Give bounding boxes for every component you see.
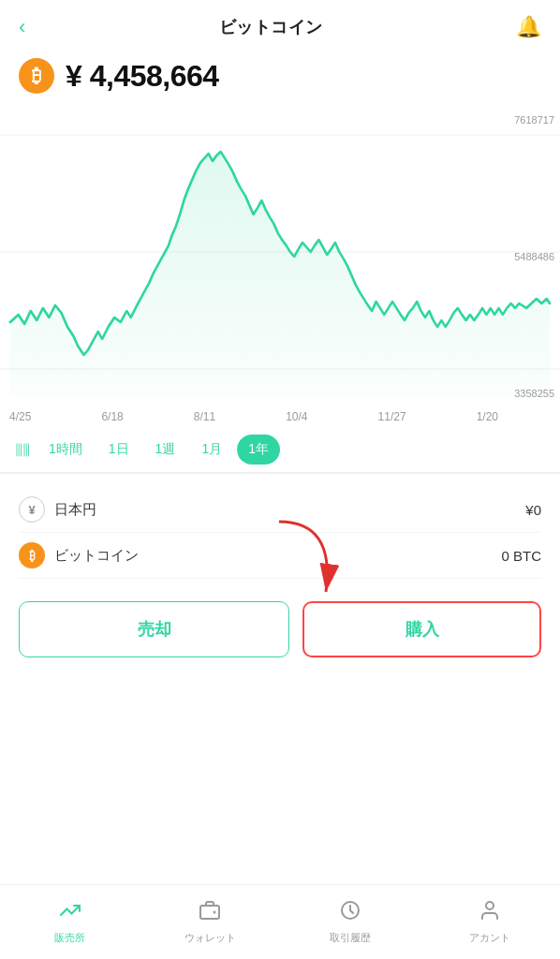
chart-x-labels: 4/25 6/18 8/11 10/4 11/27 1/20 <box>0 406 513 427</box>
btc-balance-left: ₿ ビットコイン <box>19 542 139 568</box>
btc-label: ビットコイン <box>54 547 139 565</box>
jpy-balance-row: ¥ 日本円 ¥0 <box>19 487 541 533</box>
y-label-high: 7618717 <box>514 114 554 125</box>
y-label-mid: 5488486 <box>514 251 554 262</box>
bitcoin-icon: ₿ <box>19 58 54 94</box>
y-label-low: 3358255 <box>514 388 554 399</box>
x-label-6: 1/20 <box>477 410 498 423</box>
jpy-amount: ¥0 <box>525 502 541 518</box>
wallet-icon <box>199 899 221 927</box>
action-buttons: 売却 購入 <box>0 586 560 676</box>
sell-button-label: 売却 <box>138 620 171 639</box>
history-icon <box>339 899 361 927</box>
x-label-2: 6/18 <box>101 410 123 423</box>
nav-exchange-label: 販売所 <box>54 931 85 945</box>
nav-wallet-label: ウォレット <box>184 931 236 945</box>
x-label-4: 10/4 <box>286 410 307 423</box>
nav-account-label: アカント <box>469 931 510 945</box>
btc-amount: 0 BTC <box>501 548 541 564</box>
svg-rect-4 <box>200 906 219 919</box>
period-1w-button[interactable]: 1週 <box>144 435 187 465</box>
period-1h-button[interactable]: 1時間 <box>37 435 94 465</box>
chart-y-labels: 7618717 5488486 3358255 <box>514 107 554 406</box>
svg-point-7 <box>486 902 494 909</box>
nav-account[interactable]: アカント <box>420 899 561 945</box>
period-selector: ⦀⦀ 1時間 1日 1週 1月 1年 <box>0 427 560 472</box>
nav-wallet[interactable]: ウォレット <box>140 899 281 945</box>
back-button[interactable]: ‹ <box>19 15 25 39</box>
svg-point-5 <box>214 911 216 914</box>
period-1y-button[interactable]: 1年 <box>237 435 280 465</box>
balance-section: ¥ 日本円 ¥0 ₿ ビットコイン 0 BTC <box>0 473 560 586</box>
btc-balance-row: ₿ ビットコイン 0 BTC <box>19 533 541 579</box>
x-label-3: 8/11 <box>194 410 215 423</box>
nav-history[interactable]: 取引履歴 <box>280 899 420 945</box>
price-section: ₿ ¥ 4,458,664 <box>0 49 560 107</box>
notification-bell-icon[interactable]: 🔔 <box>516 15 541 39</box>
buy-button[interactable]: 購入 <box>302 601 541 657</box>
price-chart[interactable]: 7618717 5488486 3358255 <box>0 107 560 406</box>
exchange-icon <box>59 899 81 927</box>
period-1m-button[interactable]: 1月 <box>190 435 233 465</box>
x-label-1: 4/25 <box>9 410 31 423</box>
period-1d-button[interactable]: 1日 <box>97 435 140 465</box>
header: ‹ ビットコイン 🔔 <box>0 0 560 49</box>
sell-button[interactable]: 売却 <box>19 601 289 657</box>
jpy-balance-left: ¥ 日本円 <box>19 496 96 523</box>
jpy-icon: ¥ <box>19 496 45 523</box>
bottom-navigation: 販売所 ウォレット 取引履歴 アカント <box>0 884 560 959</box>
account-icon <box>479 899 501 927</box>
btc-icon-small: ₿ <box>19 542 45 568</box>
nav-history-label: 取引履歴 <box>330 931 371 945</box>
x-label-5: 11/27 <box>378 410 406 423</box>
jpy-label: 日本円 <box>54 501 96 519</box>
page-title: ビットコイン <box>219 16 323 38</box>
candlestick-chart-icon[interactable]: ⦀⦀ <box>15 439 30 461</box>
buy-button-label: 購入 <box>405 620 439 639</box>
bitcoin-price: ¥ 4,458,664 <box>66 59 219 94</box>
nav-exchange[interactable]: 販売所 <box>0 899 140 945</box>
